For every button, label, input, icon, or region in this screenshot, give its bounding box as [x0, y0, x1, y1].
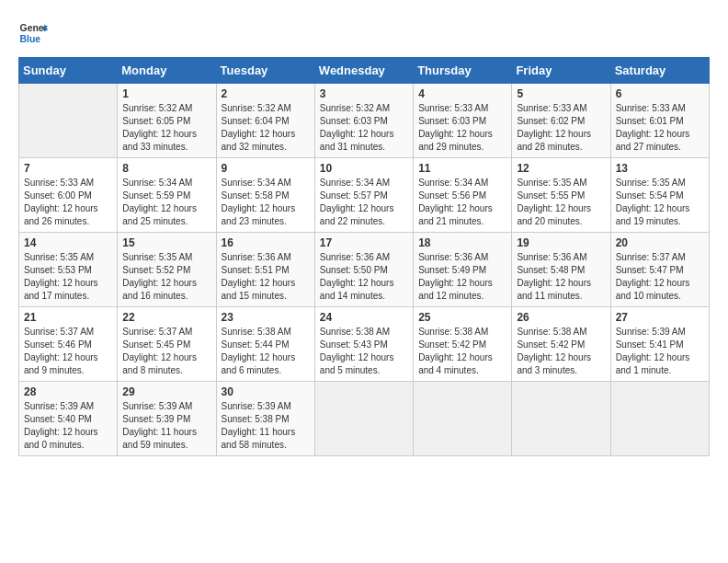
weekday-header: Thursday: [414, 58, 512, 84]
calendar-cell: 1Sunrise: 5:32 AM Sunset: 6:05 PM Daylig…: [118, 84, 216, 158]
calendar-cell: 14Sunrise: 5:35 AM Sunset: 5:53 PM Dayli…: [19, 233, 118, 307]
svg-text:Blue: Blue: [20, 34, 41, 44]
day-number: 28: [24, 385, 112, 398]
calendar-cell: [19, 84, 118, 158]
weekday-header: Friday: [512, 58, 610, 84]
day-number: 8: [122, 162, 210, 175]
day-number: 4: [418, 87, 506, 100]
cell-content: Sunrise: 5:35 AM Sunset: 5:52 PM Dayligh…: [122, 251, 210, 303]
calendar-cell: 22Sunrise: 5:37 AM Sunset: 5:45 PM Dayli…: [118, 307, 216, 382]
cell-content: Sunrise: 5:35 AM Sunset: 5:55 PM Dayligh…: [517, 177, 605, 228]
cell-content: Sunrise: 5:39 AM Sunset: 5:40 PM Dayligh…: [24, 400, 112, 452]
cell-content: Sunrise: 5:38 AM Sunset: 5:42 PM Dayligh…: [517, 326, 605, 377]
day-number: 7: [24, 162, 112, 175]
cell-content: Sunrise: 5:39 AM Sunset: 5:39 PM Dayligh…: [122, 400, 210, 452]
cell-content: Sunrise: 5:36 AM Sunset: 5:49 PM Dayligh…: [418, 251, 506, 303]
calendar-cell: 6Sunrise: 5:33 AM Sunset: 6:01 PM Daylig…: [610, 84, 709, 158]
cell-content: Sunrise: 5:33 AM Sunset: 6:00 PM Dayligh…: [24, 177, 112, 228]
calendar-week-row: 14Sunrise: 5:35 AM Sunset: 5:53 PM Dayli…: [19, 233, 710, 307]
calendar-week-row: 7Sunrise: 5:33 AM Sunset: 6:00 PM Daylig…: [19, 158, 710, 233]
calendar-cell: [512, 382, 610, 456]
cell-content: Sunrise: 5:35 AM Sunset: 5:54 PM Dayligh…: [616, 177, 704, 228]
calendar-week-row: 21Sunrise: 5:37 AM Sunset: 5:46 PM Dayli…: [19, 307, 710, 382]
cell-content: Sunrise: 5:37 AM Sunset: 5:45 PM Dayligh…: [122, 326, 210, 377]
cell-content: Sunrise: 5:34 AM Sunset: 5:57 PM Dayligh…: [320, 177, 408, 228]
logo: General Blue: [18, 18, 48, 48]
calendar-cell: [610, 382, 709, 456]
calendar-cell: [314, 382, 413, 456]
calendar-week-row: 28Sunrise: 5:39 AM Sunset: 5:40 PM Dayli…: [19, 382, 710, 456]
cell-content: Sunrise: 5:33 AM Sunset: 6:01 PM Dayligh…: [616, 102, 704, 154]
day-number: 22: [122, 311, 210, 324]
cell-content: Sunrise: 5:39 AM Sunset: 5:38 PM Dayligh…: [222, 400, 310, 452]
calendar-cell: 30Sunrise: 5:39 AM Sunset: 5:38 PM Dayli…: [216, 382, 314, 456]
calendar-cell: 25Sunrise: 5:38 AM Sunset: 5:42 PM Dayli…: [414, 307, 512, 382]
cell-content: Sunrise: 5:37 AM Sunset: 5:46 PM Dayligh…: [24, 326, 112, 377]
day-number: 24: [320, 311, 408, 324]
day-number: 25: [418, 311, 506, 324]
calendar-cell: 11Sunrise: 5:34 AM Sunset: 5:56 PM Dayli…: [414, 158, 512, 233]
cell-content: Sunrise: 5:32 AM Sunset: 6:03 PM Dayligh…: [320, 102, 408, 154]
calendar-cell: 10Sunrise: 5:34 AM Sunset: 5:57 PM Dayli…: [314, 158, 413, 233]
cell-content: Sunrise: 5:33 AM Sunset: 6:03 PM Dayligh…: [418, 102, 506, 154]
cell-content: Sunrise: 5:33 AM Sunset: 6:02 PM Dayligh…: [517, 102, 605, 154]
calendar-cell: 2Sunrise: 5:32 AM Sunset: 6:04 PM Daylig…: [216, 84, 314, 158]
weekday-header: Sunday: [19, 58, 118, 84]
day-number: 27: [616, 311, 704, 324]
calendar-cell: 21Sunrise: 5:37 AM Sunset: 5:46 PM Dayli…: [19, 307, 118, 382]
day-number: 10: [320, 162, 408, 175]
calendar-cell: 5Sunrise: 5:33 AM Sunset: 6:02 PM Daylig…: [512, 84, 610, 158]
day-number: 5: [517, 87, 605, 100]
calendar-cell: 4Sunrise: 5:33 AM Sunset: 6:03 PM Daylig…: [414, 84, 512, 158]
day-number: 14: [24, 236, 112, 249]
day-number: 23: [222, 311, 310, 324]
calendar-cell: 15Sunrise: 5:35 AM Sunset: 5:52 PM Dayli…: [118, 233, 216, 307]
day-number: 17: [320, 236, 408, 249]
calendar-cell: 24Sunrise: 5:38 AM Sunset: 5:43 PM Dayli…: [314, 307, 413, 382]
calendar-cell: 16Sunrise: 5:36 AM Sunset: 5:51 PM Dayli…: [216, 233, 314, 307]
day-number: 18: [418, 236, 506, 249]
cell-content: Sunrise: 5:36 AM Sunset: 5:48 PM Dayligh…: [517, 251, 605, 303]
day-number: 29: [122, 385, 210, 398]
day-number: 11: [418, 162, 506, 175]
cell-content: Sunrise: 5:36 AM Sunset: 5:50 PM Dayligh…: [320, 251, 408, 303]
cell-content: Sunrise: 5:35 AM Sunset: 5:53 PM Dayligh…: [24, 251, 112, 303]
day-number: 12: [517, 162, 605, 175]
cell-content: Sunrise: 5:36 AM Sunset: 5:51 PM Dayligh…: [222, 251, 310, 303]
calendar-table: SundayMondayTuesdayWednesdayThursdayFrid…: [18, 57, 710, 456]
calendar-cell: 3Sunrise: 5:32 AM Sunset: 6:03 PM Daylig…: [314, 84, 413, 158]
day-number: 13: [616, 162, 704, 175]
calendar-cell: 23Sunrise: 5:38 AM Sunset: 5:44 PM Dayli…: [216, 307, 314, 382]
calendar-cell: 17Sunrise: 5:36 AM Sunset: 5:50 PM Dayli…: [314, 233, 413, 307]
weekday-header-row: SundayMondayTuesdayWednesdayThursdayFrid…: [19, 58, 710, 84]
cell-content: Sunrise: 5:34 AM Sunset: 5:58 PM Dayligh…: [222, 177, 310, 228]
weekday-header: Tuesday: [216, 58, 314, 84]
day-number: 3: [320, 87, 408, 100]
day-number: 26: [517, 311, 605, 324]
calendar-cell: 7Sunrise: 5:33 AM Sunset: 6:00 PM Daylig…: [19, 158, 118, 233]
page-header: General Blue: [18, 18, 710, 48]
weekday-header: Wednesday: [314, 58, 413, 84]
calendar-cell: 19Sunrise: 5:36 AM Sunset: 5:48 PM Dayli…: [512, 233, 610, 307]
calendar-cell: 29Sunrise: 5:39 AM Sunset: 5:39 PM Dayli…: [118, 382, 216, 456]
day-number: 9: [222, 162, 310, 175]
calendar-cell: 20Sunrise: 5:37 AM Sunset: 5:47 PM Dayli…: [610, 233, 709, 307]
calendar-cell: 28Sunrise: 5:39 AM Sunset: 5:40 PM Dayli…: [19, 382, 118, 456]
logo-icon: General Blue: [18, 18, 48, 48]
calendar-cell: [414, 382, 512, 456]
day-number: 2: [222, 87, 310, 100]
day-number: 6: [616, 87, 704, 100]
cell-content: Sunrise: 5:38 AM Sunset: 5:44 PM Dayligh…: [222, 326, 310, 377]
weekday-header: Saturday: [610, 58, 709, 84]
cell-content: Sunrise: 5:39 AM Sunset: 5:41 PM Dayligh…: [616, 326, 704, 377]
calendar-week-row: 1Sunrise: 5:32 AM Sunset: 6:05 PM Daylig…: [19, 84, 710, 158]
calendar-cell: 9Sunrise: 5:34 AM Sunset: 5:58 PM Daylig…: [216, 158, 314, 233]
day-number: 30: [222, 385, 310, 398]
calendar-cell: 27Sunrise: 5:39 AM Sunset: 5:41 PM Dayli…: [610, 307, 709, 382]
day-number: 15: [122, 236, 210, 249]
day-number: 19: [517, 236, 605, 249]
weekday-header: Monday: [118, 58, 216, 84]
calendar-cell: 26Sunrise: 5:38 AM Sunset: 5:42 PM Dayli…: [512, 307, 610, 382]
calendar-cell: 18Sunrise: 5:36 AM Sunset: 5:49 PM Dayli…: [414, 233, 512, 307]
day-number: 21: [24, 311, 112, 324]
